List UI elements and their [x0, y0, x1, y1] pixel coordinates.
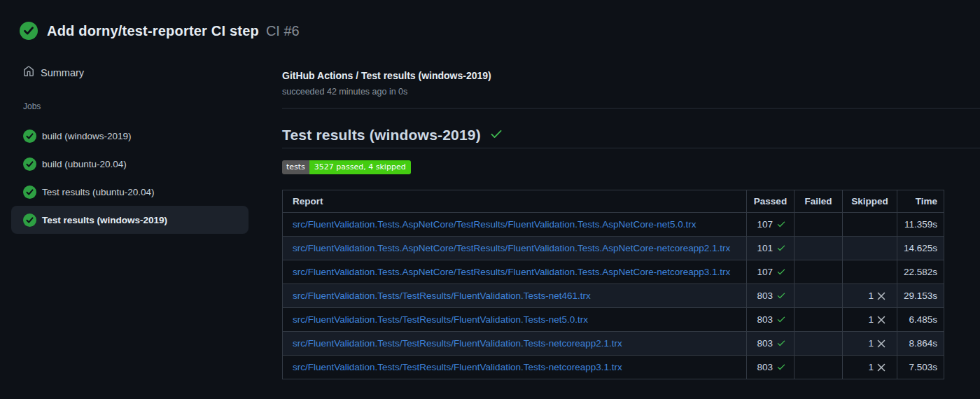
table-row: src/FluentValidation.Tests/TestResults/F… — [283, 356, 944, 379]
check-icon — [776, 314, 786, 324]
time-cell: 6.485s — [897, 308, 944, 332]
run-title: Add dorny/test-reporter CI step — [47, 23, 259, 39]
skipped-cell: 1 — [843, 356, 897, 379]
report-link[interactable]: src/FluentValidation.Tests/TestResults/F… — [293, 290, 591, 301]
skipped-cell: 1 — [843, 308, 897, 332]
check-icon — [776, 267, 786, 276]
skipped-cell — [843, 237, 897, 260]
skipped-cell — [843, 213, 897, 237]
passed-count: 803 — [757, 314, 773, 325]
x-icon — [877, 363, 886, 372]
check-circle-icon — [23, 186, 36, 199]
passed-cell: 803 — [747, 308, 794, 332]
report-cell: src/FluentValidation.Tests.AspNetCore/Te… — [283, 260, 747, 284]
failed-cell — [794, 284, 843, 308]
report-table-wrap: Report Passed Failed Skipped Time src/Fl… — [282, 190, 944, 379]
failed-cell — [794, 356, 843, 379]
check-circle-icon — [20, 22, 38, 40]
x-icon — [877, 340, 886, 348]
check-icon — [776, 338, 786, 348]
badge-label: tests — [282, 160, 309, 174]
passed-cell: 803 — [747, 332, 794, 356]
table-row: src/FluentValidation.Tests/TestResults/F… — [283, 308, 944, 332]
report-cell: src/FluentValidation.Tests.AspNetCore/Te… — [283, 213, 747, 237]
report-link[interactable]: src/FluentValidation.Tests/TestResults/F… — [293, 314, 588, 325]
sidebar-item-build-windows[interactable]: build (windows-2019) — [11, 122, 248, 150]
header-report: Report — [283, 190, 747, 213]
passed-count: 107 — [757, 267, 773, 277]
passed-count: 803 — [757, 290, 773, 301]
home-icon — [23, 66, 34, 80]
report-link[interactable]: src/FluentValidation.Tests.AspNetCore/Te… — [293, 243, 730, 253]
sidebar-item-build-ubuntu[interactable]: build (ubuntu-20.04) — [11, 150, 248, 178]
report-link[interactable]: src/FluentValidation.Tests.AspNetCore/Te… — [293, 267, 730, 277]
table-row: src/FluentValidation.Tests.AspNetCore/Te… — [283, 237, 944, 260]
check-run-breadcrumb: GitHub Actions / Test results (windows-2… — [282, 70, 491, 81]
failed-cell — [794, 213, 843, 237]
sidebar-item-testresults-ubuntu[interactable]: Test results (ubuntu-20.04) — [11, 178, 248, 206]
report-link[interactable]: src/FluentValidation.Tests/TestResults/F… — [293, 338, 622, 349]
passed-count: 803 — [757, 362, 773, 372]
job-label: build (ubuntu-20.04) — [42, 159, 127, 169]
check-icon — [776, 362, 786, 372]
sidebar-item-testresults-windows[interactable]: Test results (windows-2019) — [11, 206, 248, 234]
run-header: Add dorny/test-reporter CI step CI #6 — [20, 22, 300, 40]
table-row: src/FluentValidation.Tests/TestResults/F… — [283, 332, 944, 356]
failed-cell — [794, 260, 843, 284]
time-cell: 14.625s — [897, 237, 944, 260]
report-link[interactable]: src/FluentValidation.Tests.AspNetCore/Te… — [293, 219, 696, 230]
passed-cell: 107 — [747, 260, 794, 284]
report-heading: Test results (windows-2019) — [282, 127, 503, 144]
report-cell: src/FluentValidation.Tests/TestResults/F… — [283, 284, 747, 308]
table-row: src/FluentValidation.Tests/TestResults/F… — [283, 284, 944, 308]
check-icon — [776, 219, 786, 229]
failed-cell — [794, 237, 843, 260]
divider — [282, 148, 980, 148]
report-table: Report Passed Failed Skipped Time src/Fl… — [282, 190, 944, 379]
passed-cell: 107 — [747, 213, 794, 237]
check-run-status: succeeded 42 minutes ago in 0s — [282, 87, 407, 97]
passed-cell: 803 — [747, 284, 794, 308]
time-cell: 11.359s — [897, 213, 944, 237]
check-circle-icon — [23, 158, 36, 171]
table-row: src/FluentValidation.Tests.AspNetCore/Te… — [283, 260, 944, 284]
table-header-row: Report Passed Failed Skipped Time — [283, 190, 944, 213]
check-icon — [489, 127, 503, 144]
header-passed: Passed — [747, 190, 794, 213]
report-table-body: src/FluentValidation.Tests.AspNetCore/Te… — [283, 213, 944, 379]
skipped-cell: 1 — [843, 284, 897, 308]
time-cell: 29.153s — [897, 284, 944, 308]
header-skipped: Skipped — [843, 190, 897, 213]
failed-cell — [794, 308, 843, 332]
check-circle-icon — [23, 214, 36, 227]
x-icon — [877, 292, 886, 300]
job-label: Test results (windows-2019) — [42, 215, 167, 225]
table-row: src/FluentValidation.Tests.AspNetCore/Te… — [283, 213, 944, 237]
tests-badge: tests 3527 passed, 4 skipped — [282, 160, 411, 174]
job-label: Test results (ubuntu-20.04) — [42, 187, 155, 197]
skipped-cell — [843, 260, 897, 284]
header-failed: Failed — [794, 190, 843, 213]
check-icon — [776, 290, 786, 300]
passed-cell: 101 — [747, 237, 794, 260]
skipped-cell: 1 — [843, 332, 897, 356]
report-link[interactable]: src/FluentValidation.Tests/TestResults/F… — [293, 362, 622, 372]
passed-count: 107 — [757, 219, 773, 230]
report-cell: src/FluentValidation.Tests/TestResults/F… — [283, 356, 747, 379]
passed-cell: 803 — [747, 356, 794, 379]
jobs-list: build (windows-2019) build (ubuntu-20.04… — [11, 122, 248, 234]
report-cell: src/FluentValidation.Tests/TestResults/F… — [283, 332, 747, 356]
sidebar-item-summary[interactable]: Summary — [23, 63, 84, 83]
report-heading-text: Test results (windows-2019) — [282, 127, 481, 144]
header-time: Time — [897, 190, 944, 213]
skipped-count: 1 — [868, 362, 874, 372]
run-number: CI #6 — [266, 23, 300, 39]
divider — [282, 108, 980, 108]
summary-label: Summary — [41, 67, 84, 78]
report-cell: src/FluentValidation.Tests.AspNetCore/Te… — [283, 237, 747, 260]
skipped-count: 1 — [868, 290, 874, 301]
check-circle-icon — [23, 130, 36, 143]
failed-cell — [794, 332, 843, 356]
job-label: build (windows-2019) — [42, 131, 132, 141]
skipped-count: 1 — [868, 314, 874, 325]
